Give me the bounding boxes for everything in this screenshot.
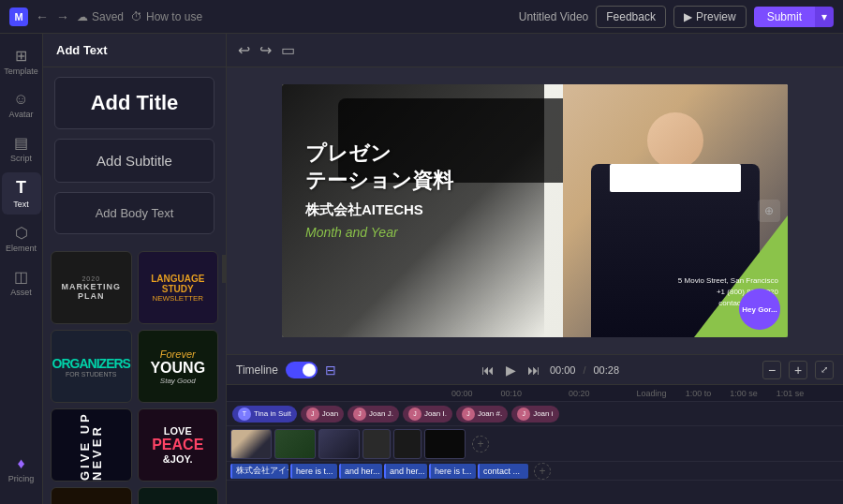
template-card-life-happens[interactable]: life happens [51, 487, 132, 504]
sidebar-item-avatar[interactable]: ☺ Avatar [2, 85, 41, 125]
timeline-skip-start-button[interactable]: ⏮ [480, 361, 496, 379]
timeline-total-time: 00:28 [593, 364, 619, 376]
templates-grid: 2020 MARKETING PLAN LANGUAGE STUDY NEWSL… [51, 251, 218, 504]
text-panel: Add Text Add Title Add Subtitle Add Body… [43, 34, 227, 504]
thumb-clip-3[interactable] [318, 429, 360, 459]
avatar-chip-tina[interactable]: T Tina in Suit [232, 406, 297, 422]
panel-collapse-button[interactable]: ‹ [222, 255, 227, 283]
timeline-content: T Tina in Suit J Joan J Joan J. J [227, 402, 843, 504]
timeline-zoom-in-button[interactable]: + [789, 361, 807, 379]
topbar-left: M ← → ☁ Saved ⏱ How to use [9, 7, 202, 26]
back-icon[interactable]: ← [36, 9, 49, 24]
text-clip-5[interactable]: here is t... [429, 464, 476, 479]
preview-button[interactable]: ▶ Preview [673, 6, 747, 28]
avatar-chip-joan2[interactable]: J Joan J. [348, 406, 399, 422]
video-canvas[interactable]: プレゼン テーション資料 株式会社AITECHS Month and Year … [282, 84, 788, 337]
avatar-chip-joan3[interactable]: J Joan I. [403, 406, 452, 422]
thumb-clip-4[interactable] [362, 429, 391, 459]
topbar: M ← → ☁ Saved ⏱ How to use Untitled Vide… [0, 0, 843, 34]
thumb-clip-6[interactable] [424, 429, 466, 459]
canvas-month-year: Month and Year [305, 225, 453, 240]
avatar-chip-joan1[interactable]: J Joan [301, 406, 344, 422]
save-status: ☁ Saved [77, 10, 124, 23]
submit-dropdown-button[interactable]: ▾ [815, 7, 834, 27]
text-clip-6[interactable]: contact ... [478, 464, 528, 479]
feedback-button[interactable]: Feedback [596, 6, 666, 28]
pricing-icon: ♦ [17, 455, 24, 472]
text-icon: T [16, 178, 26, 198]
left-sidebar: ⊞ Template ☺ Avatar ▤ Script T Text ⬡ El… [0, 34, 43, 504]
canvas-toolbar: ↩ ↪ ▭ [227, 34, 843, 67]
canvas-company-name: 株式会社AITECHS [305, 201, 453, 219]
undo-button[interactable]: ↩ [238, 41, 250, 59]
text-clip-4[interactable]: and her... [384, 464, 427, 479]
sidebar-item-template[interactable]: ⊞ Template [2, 41, 41, 82]
clock-icon: ⏱ [131, 10, 142, 23]
app-logo: M [9, 7, 28, 26]
timeline-thumbnail-track: + [227, 426, 843, 462]
add-text-clip-button[interactable]: + [534, 463, 551, 480]
thumb-clip-5[interactable] [393, 429, 422, 459]
redo-button[interactable]: ↪ [259, 41, 272, 59]
timeline-play-button[interactable]: ▶ [504, 361, 518, 379]
timeline-avatar-track: T Tina in Suit J Joan J Joan J. J [227, 402, 843, 426]
add-subtitle-button[interactable]: Add Subtitle [54, 139, 214, 183]
canvas-search-button[interactable]: ⊕ [758, 200, 780, 222]
text-clip-1[interactable]: 株式会社アイテ... [230, 464, 288, 479]
template-card-never-give-up[interactable]: NEVER GIVE UP [51, 408, 132, 482]
add-title-button[interactable]: Add Title [54, 77, 214, 129]
avatar-chip-joan4[interactable]: J Joan #. [456, 406, 508, 422]
template-card-forever-young[interactable]: Forever YOUNG Stay Good [138, 330, 219, 403]
timeline-expand-button[interactable]: ⤢ [815, 361, 834, 379]
template-card-big-sale[interactable]: BIG SALE [138, 487, 219, 504]
present-button[interactable]: ▭ [281, 41, 295, 59]
avatar-tina-icon: T [238, 408, 251, 421]
canvas-japanese-text: プレゼン テーション資料 [305, 141, 453, 194]
thumb-clip-1[interactable] [230, 429, 272, 459]
sidebar-item-element[interactable]: ⬡ Element [2, 218, 41, 259]
template-card-organizers[interactable]: ORGANIZERS FOR STUDENTS [51, 330, 132, 403]
timeline-current-time: 00:00 [550, 364, 576, 376]
template-icon: ⊞ [15, 47, 27, 65]
cloud-icon: ☁ [77, 10, 88, 23]
timeline-zoom-out-button[interactable]: − [762, 361, 781, 379]
timeline-section: Timeline ⊟ ⏮ ▶ ⏭ 00:00 / 00:28 − + ⤢ 00:… [227, 354, 843, 504]
thumb-clip-2[interactable] [274, 429, 316, 459]
timeline-toolbar: Timeline ⊟ ⏮ ▶ ⏭ 00:00 / 00:28 − + ⤢ [227, 355, 843, 385]
text-clip-3[interactable]: and her... [339, 464, 382, 479]
submit-button[interactable]: Submit [754, 7, 815, 27]
add-clip-button[interactable]: + [472, 436, 489, 452]
avatar-joan3-icon: J [408, 408, 422, 421]
add-body-button[interactable]: Add Body Text [54, 192, 214, 234]
text-templates-section: 2020 MARKETING PLAN LANGUAGE STUDY NEWSL… [43, 244, 226, 504]
canvas-hey-bubble: Hey Gor... [739, 289, 780, 330]
timeline-toggle[interactable] [286, 362, 318, 378]
topbar-right: Untitled Video Feedback ▶ Preview Submit… [519, 6, 834, 28]
asset-icon: ◫ [14, 268, 28, 286]
template-card-love-peace[interactable]: LOVE PEACE &JOY. [138, 408, 219, 482]
timeline-label: Timeline [236, 363, 278, 377]
timeline-text-track: 株式会社アイテ... here is t... and her... and h… [227, 462, 843, 481]
sidebar-item-asset[interactable]: ◫ Asset [2, 262, 41, 303]
howto-link[interactable]: ⏱ How to use [131, 10, 202, 23]
sidebar-item-script[interactable]: ▤ Script [2, 128, 41, 169]
text-clip-2[interactable]: here is t... [290, 464, 337, 479]
timeline-skip-end-button[interactable]: ⏭ [525, 361, 542, 379]
forward-icon[interactable]: → [56, 9, 69, 24]
sidebar-item-text[interactable]: T Text [2, 172, 41, 215]
avatar-chip-joan5[interactable]: J Joan i [511, 406, 558, 422]
avatar-icon: ☺ [13, 91, 28, 108]
canvas-main-text: プレゼン テーション資料 株式会社AITECHS Month and Year [305, 141, 453, 240]
avatar-joan2-icon: J [353, 408, 366, 421]
script-icon: ▤ [14, 134, 28, 152]
element-icon: ⬡ [15, 224, 28, 242]
template-card-marketing[interactable]: 2020 MARKETING PLAN [51, 251, 132, 324]
avatar-joan4-icon: J [462, 408, 475, 421]
subtitles-icon: ⊟ [325, 363, 336, 378]
template-card-language[interactable]: LANGUAGE STUDY NEWSLETTER [138, 251, 219, 324]
submit-button-group: Submit ▾ [754, 7, 834, 27]
sidebar-item-pricing[interactable]: ♦ Pricing [2, 450, 41, 489]
play-icon: ▶ [684, 10, 692, 23]
avatar-joan1-icon: J [306, 408, 319, 421]
avatar-joan5-icon: J [517, 408, 530, 421]
